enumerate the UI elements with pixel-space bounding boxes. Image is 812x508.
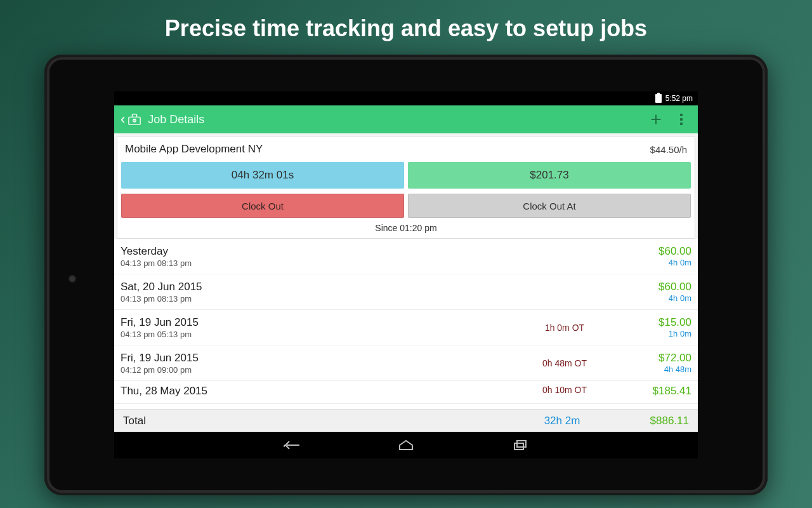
nav-recent-button[interactable] <box>508 432 533 458</box>
battery-icon <box>655 94 662 103</box>
entry-duration: 4h 0m <box>615 258 691 267</box>
entry-date: Yesterday <box>121 245 514 258</box>
total-time: 32h 2m <box>511 415 613 427</box>
page-title: Job Details <box>148 113 643 126</box>
nav-home-button[interactable] <box>393 432 419 458</box>
entry-overtime: 0h 48m OT <box>514 358 615 368</box>
tablet-frame: 5:52 pm ‹ Job Details <box>44 55 768 495</box>
entry-amount: $185.41 <box>615 385 691 398</box>
entry-amount: $60.00 <box>615 245 691 258</box>
entry-amount: $15.00 <box>615 316 691 329</box>
entry-times: 04:13 pm 05:13 pm <box>121 330 514 339</box>
entry-row[interactable]: Fri, 19 Jun 201504:12 pm 09:00 pm0h 48m … <box>114 345 698 381</box>
status-bar: 5:52 pm <box>114 91 698 105</box>
total-label: Total <box>123 415 511 427</box>
entry-date: Thu, 28 May 2015 <box>121 385 514 398</box>
status-time: 5:52 pm <box>665 94 693 103</box>
briefcase-icon <box>128 113 141 126</box>
entry-times: 04:13 pm 08:13 pm <box>121 258 514 268</box>
content: Mobile App Development NY $44.50/h 04h 3… <box>114 133 698 432</box>
total-amount: $886.11 <box>613 415 689 427</box>
promo-title: Precise time tracking and easy to setup … <box>0 0 812 42</box>
nav-back-button[interactable] <box>279 432 304 458</box>
nav-bar <box>114 432 698 458</box>
entry-date: Fri, 19 Jun 2015 <box>121 316 514 329</box>
entry-overtime: 0h 10m OT <box>514 385 615 395</box>
job-card: Mobile App Development NY $44.50/h 04h 3… <box>117 136 695 239</box>
job-name: Mobile App Development NY <box>125 143 263 156</box>
back-button[interactable]: ‹ <box>118 111 128 128</box>
clock-out-button[interactable]: Clock Out <box>121 194 404 218</box>
entry-row[interactable]: Sat, 20 Jun 201504:13 pm 08:13 pm$60.004… <box>114 274 698 310</box>
entry-duration: 4h 0m <box>615 293 691 303</box>
camera-icon <box>69 275 76 283</box>
clock-out-at-button[interactable]: Clock Out At <box>408 194 691 218</box>
entry-times: 04:12 pm 09:00 pm <box>121 365 514 375</box>
entry-row[interactable]: Fri, 19 Jun 201504:13 pm 05:13 pm1h 0m O… <box>114 310 698 345</box>
entry-duration: 4h 48m <box>615 364 691 374</box>
job-rate: $44.50/h <box>650 144 687 155</box>
total-row: Total 32h 2m $886.11 <box>114 409 698 432</box>
entry-overtime: 1h 0m OT <box>514 323 615 333</box>
entry-times: 04:13 pm 08:13 pm <box>121 294 514 304</box>
entry-date: Sat, 20 Jun 2015 <box>121 281 514 293</box>
screen: 5:52 pm ‹ Job Details <box>114 91 698 458</box>
entry-amount: $72.00 <box>615 352 691 364</box>
entry-duration: 1h 0m <box>615 329 691 338</box>
overflow-menu-button[interactable] <box>669 107 694 132</box>
action-bar: ‹ Job Details <box>114 105 698 133</box>
elapsed-time: 04h 32m 01s <box>121 162 404 189</box>
entry-row[interactable]: Yesterday04:13 pm 08:13 pm$60.004h 0m <box>114 239 698 274</box>
entry-amount: $60.00 <box>615 281 691 293</box>
add-button[interactable] <box>643 107 669 132</box>
since-label: Since 01:20 pm <box>117 220 695 238</box>
entry-row[interactable]: Thu, 28 May 20150h 10m OT$185.41 <box>114 381 698 404</box>
entry-date: Fri, 19 Jun 2015 <box>121 352 514 364</box>
earned-amount: $201.73 <box>408 162 691 189</box>
entries-list: Yesterday04:13 pm 08:13 pm$60.004h 0mSat… <box>114 239 698 409</box>
